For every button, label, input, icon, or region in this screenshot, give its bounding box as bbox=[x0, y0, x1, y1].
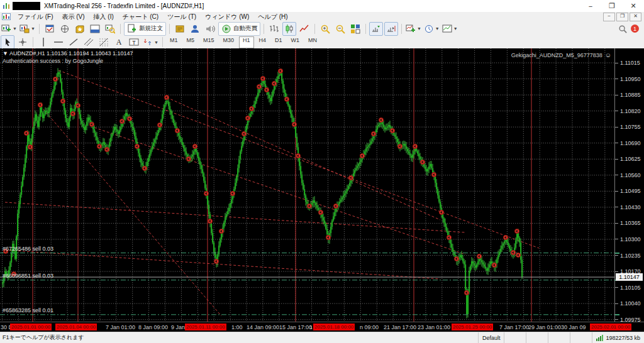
new-chart-button[interactable]: ▼ bbox=[1, 22, 18, 36]
child-restore-button[interactable]: ❐ bbox=[616, 13, 628, 21]
menu-item-5[interactable]: ウィンドウ (W) bbox=[201, 12, 253, 22]
sell-signal-marker[interactable] bbox=[164, 95, 169, 99]
bar-chart-button[interactable] bbox=[267, 22, 281, 36]
trendline-button[interactable] bbox=[67, 35, 80, 49]
menu-item-6[interactable]: ヘルプ (H) bbox=[253, 12, 292, 22]
sell-signal-marker[interactable] bbox=[97, 144, 101, 148]
sell-signal-marker[interactable] bbox=[397, 144, 402, 148]
sell-signal-marker[interactable] bbox=[516, 253, 520, 257]
sell-signal-marker[interactable] bbox=[333, 204, 338, 208]
terminal-button[interactable] bbox=[88, 22, 102, 36]
sell-signal-marker[interactable] bbox=[307, 204, 311, 208]
sell-signal-marker[interactable] bbox=[242, 131, 246, 136]
trendline[interactable] bbox=[5, 202, 465, 232]
sell-signal-marker[interactable] bbox=[175, 128, 179, 133]
sell-signal-marker[interactable] bbox=[257, 84, 261, 89]
timeframe-h1-button[interactable]: H1 bbox=[239, 36, 254, 48]
close-button[interactable]: ✕ bbox=[623, 0, 644, 12]
chart-area[interactable]: ▼ AUDNZD#,H1 1.10136 1.10194 1.10043 1.1… bbox=[0, 48, 644, 332]
chevron-down-icon[interactable]: ▼ bbox=[453, 26, 458, 31]
timeframe-m5-button[interactable]: M5 bbox=[182, 36, 198, 48]
indicators-button[interactable]: ▼ bbox=[405, 22, 422, 36]
market-watch-button[interactable] bbox=[43, 22, 57, 36]
sell-signal-marker[interactable] bbox=[192, 144, 197, 148]
sell-signal-marker[interactable] bbox=[503, 235, 508, 239]
sell-signal-marker[interactable] bbox=[360, 153, 364, 158]
sell-signal-marker[interactable] bbox=[245, 116, 250, 120]
strategy-tester-button[interactable] bbox=[103, 22, 117, 36]
chart-plot[interactable] bbox=[0, 48, 614, 322]
vertical-line-button[interactable] bbox=[36, 35, 50, 49]
arrows-button[interactable]: ▼ bbox=[142, 35, 159, 49]
child-minimize-button[interactable]: − bbox=[603, 13, 615, 21]
chart-shift-button[interactable] bbox=[384, 22, 398, 36]
sell-signal-marker[interactable] bbox=[38, 102, 42, 107]
sell-signal-marker[interactable] bbox=[249, 106, 253, 111]
sell-signal-marker[interactable] bbox=[413, 144, 417, 148]
sell-signal-marker[interactable] bbox=[477, 254, 481, 258]
menu-item-2[interactable]: 挿入 (I) bbox=[89, 12, 118, 22]
timeframe-m30-button[interactable]: M30 bbox=[219, 36, 238, 48]
sell-signal-marker[interactable] bbox=[292, 122, 296, 126]
sell-signal-marker[interactable] bbox=[89, 122, 94, 126]
chevron-down-icon[interactable]: ▼ bbox=[31, 26, 35, 31]
autotrading-button[interactable]: 自動売買 bbox=[218, 22, 260, 36]
sell-signal-marker[interactable] bbox=[348, 175, 353, 180]
sell-signal-marker[interactable] bbox=[390, 128, 394, 133]
child-close-button[interactable]: ✕ bbox=[630, 13, 641, 21]
timeframe-d1-button[interactable]: D1 bbox=[271, 36, 286, 48]
sell-signal-marker[interactable] bbox=[464, 290, 469, 295]
text-button[interactable]: A bbox=[112, 35, 126, 49]
sell-signal-marker[interactable] bbox=[514, 229, 519, 233]
navigator-button[interactable] bbox=[73, 22, 87, 36]
text-label-button[interactable]: T bbox=[127, 35, 141, 49]
sell-signal-marker[interactable] bbox=[75, 103, 80, 107]
chevron-down-icon[interactable]: ▼ bbox=[154, 40, 158, 45]
sell-signal-marker[interactable] bbox=[186, 156, 191, 161]
sell-signal-marker[interactable] bbox=[264, 87, 269, 92]
templates-button[interactable]: ▼ bbox=[441, 22, 458, 36]
periods-button[interactable]: ▼ bbox=[423, 22, 440, 36]
notification-badge[interactable]: 1 bbox=[631, 24, 639, 33]
sell-signal-marker[interactable] bbox=[60, 99, 65, 103]
restore-button[interactable]: ❐ bbox=[601, 0, 623, 12]
sell-signal-marker[interactable] bbox=[284, 97, 289, 101]
chevron-down-icon[interactable]: ▼ bbox=[435, 26, 440, 31]
line-chart-button[interactable] bbox=[297, 22, 311, 36]
trendline[interactable] bbox=[5, 250, 440, 279]
sell-signal-marker[interactable] bbox=[371, 131, 375, 136]
sell-signal-marker[interactable] bbox=[447, 235, 451, 239]
menu-item-4[interactable]: ツール (T) bbox=[163, 12, 201, 22]
timeframe-w1-button[interactable]: W1 bbox=[287, 36, 304, 48]
sell-signal-marker[interactable] bbox=[127, 116, 131, 121]
sell-signal-marker[interactable] bbox=[318, 210, 323, 214]
auto-scroll-button[interactable] bbox=[369, 22, 383, 36]
timeframe-m15-button[interactable]: M15 bbox=[199, 36, 218, 48]
new-order-button[interactable]: 新規注文 bbox=[124, 22, 166, 36]
sell-signal-marker[interactable] bbox=[420, 160, 425, 164]
sell-signal-marker[interactable] bbox=[278, 68, 282, 73]
sell-signal-marker[interactable] bbox=[272, 81, 276, 85]
chevron-down-icon[interactable]: ▼ bbox=[13, 26, 17, 31]
sell-signal-marker[interactable] bbox=[119, 119, 124, 123]
equidistant-channel-button[interactable] bbox=[82, 35, 96, 49]
timeframe-m1-button[interactable]: M1 bbox=[166, 36, 182, 48]
sell-signal-marker[interactable] bbox=[326, 235, 330, 239]
chevron-down-icon[interactable]: ▼ bbox=[417, 26, 421, 31]
sell-signal-marker[interactable] bbox=[492, 263, 496, 267]
sell-signal-marker[interactable] bbox=[260, 76, 265, 80]
candle-chart-button[interactable] bbox=[282, 22, 296, 36]
crosshair-button[interactable] bbox=[16, 35, 30, 49]
sell-signal-marker[interactable] bbox=[214, 259, 218, 263]
mql5-community-button[interactable] bbox=[188, 22, 202, 36]
sell-signal-marker[interactable] bbox=[454, 256, 458, 261]
sell-signal-marker[interactable] bbox=[296, 153, 300, 158]
sell-signal-marker[interactable] bbox=[24, 131, 28, 135]
sell-signal-marker[interactable] bbox=[219, 229, 223, 233]
price-axis[interactable]: 1.110151.109501.108851.108201.107551.106… bbox=[615, 48, 644, 322]
sell-signal-marker[interactable] bbox=[142, 166, 147, 170]
search-icon[interactable] bbox=[618, 24, 627, 33]
sell-signal-marker[interactable] bbox=[28, 144, 32, 149]
menu-item-0[interactable]: ファイル (F) bbox=[13, 12, 57, 22]
sell-signal-marker[interactable] bbox=[439, 210, 443, 214]
